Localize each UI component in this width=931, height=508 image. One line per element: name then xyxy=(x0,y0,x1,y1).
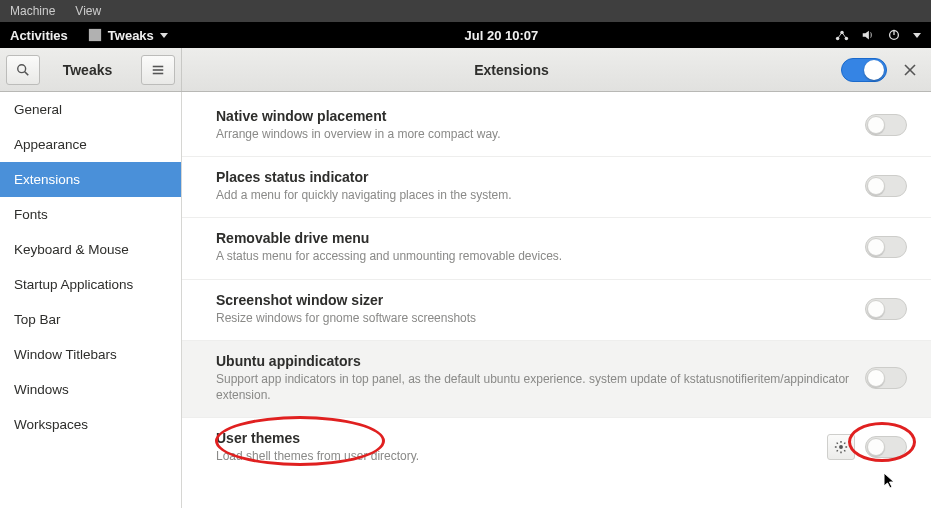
svg-line-7 xyxy=(25,71,29,75)
extension-description: Resize windows for gnome software screen… xyxy=(216,310,851,326)
close-icon xyxy=(904,64,916,76)
vm-menu-view[interactable]: View xyxy=(75,4,101,18)
hamburger-menu-button[interactable] xyxy=(141,55,175,85)
extension-toggle[interactable] xyxy=(865,236,907,258)
panel-clock[interactable]: Jul 20 10:07 xyxy=(465,28,539,43)
extensions-master-switch[interactable] xyxy=(841,58,887,82)
network-icon xyxy=(835,28,849,42)
extension-toggle[interactable] xyxy=(865,114,907,136)
extension-toggle[interactable] xyxy=(865,298,907,320)
svg-point-13 xyxy=(839,445,843,449)
header-bar: Tweaks Extensions xyxy=(0,48,931,92)
hamburger-icon xyxy=(151,63,165,77)
extension-toggle[interactable] xyxy=(865,436,907,458)
vm-menubar: Machine View xyxy=(0,0,931,22)
search-button[interactable] xyxy=(6,55,40,85)
app-menu-label: Tweaks xyxy=(108,28,154,43)
extension-title: Removable drive menu xyxy=(216,230,851,246)
activities-button[interactable]: Activities xyxy=(10,28,68,43)
extension-toggle[interactable] xyxy=(865,367,907,389)
sidebar-item-appearance[interactable]: Appearance xyxy=(0,127,181,162)
extension-title: User themes xyxy=(216,430,813,446)
extension-title: Screenshot window sizer xyxy=(216,292,851,308)
gnome-top-panel: Activities Tweaks Jul 20 10:07 xyxy=(0,22,931,48)
extension-row: Screenshot window sizerResize windows fo… xyxy=(182,280,931,341)
extension-title: Native window placement xyxy=(216,108,851,124)
volume-icon xyxy=(861,28,875,42)
tweaks-app-icon xyxy=(88,28,102,42)
chevron-down-icon xyxy=(913,33,921,38)
extension-row: Ubuntu appindicatorsSupport app indicato… xyxy=(182,341,931,418)
svg-rect-0 xyxy=(89,29,101,41)
tweaks-window: Tweaks Extensions GeneralAppearanceExten… xyxy=(0,48,931,508)
sidebar-title: Tweaks xyxy=(40,62,135,78)
sidebar-item-keyboard-mouse[interactable]: Keyboard & Mouse xyxy=(0,232,181,267)
system-status-area[interactable] xyxy=(835,28,921,42)
sidebar-item-fonts[interactable]: Fonts xyxy=(0,197,181,232)
sidebar-item-top-bar[interactable]: Top Bar xyxy=(0,302,181,337)
page-title: Extensions xyxy=(182,62,841,78)
extension-description: Arrange windows in overview in a more co… xyxy=(216,126,851,142)
sidebar-item-extensions[interactable]: Extensions xyxy=(0,162,181,197)
extension-description: Add a menu for quickly navigating places… xyxy=(216,187,851,203)
extension-title: Places status indicator xyxy=(216,169,851,185)
sidebar-item-general[interactable]: General xyxy=(0,92,181,127)
vm-menu-machine[interactable]: Machine xyxy=(10,4,55,18)
extension-settings-button[interactable] xyxy=(827,434,855,460)
svg-point-6 xyxy=(18,64,26,72)
extension-row: Native window placementArrange windows i… xyxy=(182,96,931,157)
extension-description: A status menu for accessing and unmounti… xyxy=(216,248,851,264)
power-icon xyxy=(887,28,901,42)
extension-toggle[interactable] xyxy=(865,175,907,197)
chevron-down-icon xyxy=(160,33,168,38)
cursor-icon xyxy=(883,472,897,490)
app-menu[interactable]: Tweaks xyxy=(88,28,168,43)
sidebar-item-startup-applications[interactable]: Startup Applications xyxy=(0,267,181,302)
sidebar: GeneralAppearanceExtensionsFontsKeyboard… xyxy=(0,92,182,508)
close-button[interactable] xyxy=(897,57,923,83)
search-icon xyxy=(16,63,30,77)
extension-row: Removable drive menuA status menu for ac… xyxy=(182,218,931,279)
extension-row: Places status indicatorAdd a menu for qu… xyxy=(182,157,931,218)
sidebar-item-window-titlebars[interactable]: Window Titlebars xyxy=(0,337,181,372)
extension-title: Ubuntu appindicators xyxy=(216,353,851,369)
extension-description: Load shell themes from user directory. xyxy=(216,448,813,464)
extensions-list: Native window placementArrange windows i… xyxy=(182,92,931,508)
sidebar-item-workspaces[interactable]: Workspaces xyxy=(0,407,181,442)
sidebar-item-windows[interactable]: Windows xyxy=(0,372,181,407)
extension-row: User themesLoad shell themes from user d… xyxy=(182,418,931,478)
gear-icon xyxy=(834,440,848,454)
extension-description: Support app indicators in top panel, as … xyxy=(216,371,851,403)
